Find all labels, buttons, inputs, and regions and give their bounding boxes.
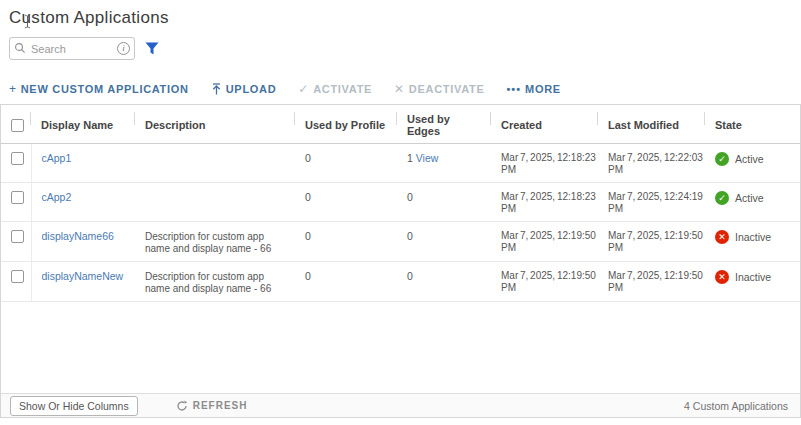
- select-all-header: [1, 105, 31, 144]
- state-label: Inactive: [735, 231, 771, 244]
- used-by-profile-cell: 0: [295, 262, 397, 302]
- used-by-edges-cell: 0: [397, 262, 491, 302]
- state-label: Active: [735, 153, 764, 166]
- col-header-used-by-edges: Used by Edges: [397, 105, 491, 144]
- search-icon: [14, 42, 26, 54]
- row-checkbox[interactable]: [11, 191, 24, 204]
- col-header-created: Created: [491, 105, 598, 144]
- upload-icon: [211, 83, 222, 95]
- display-name-link[interactable]: cApp1: [42, 152, 72, 164]
- empty-grid-area: [1, 302, 800, 393]
- select-all-checkbox[interactable]: [11, 119, 24, 132]
- row-checkbox[interactable]: [11, 270, 24, 283]
- row-select-cell: [1, 144, 31, 183]
- custom-applications-page: { "page": { "title": "Custom Application…: [0, 0, 801, 425]
- grid-footer: Show Or Hide Columns REFRESH 4 Custom Ap…: [1, 393, 800, 417]
- header-row: Display Name Description Used by Profile…: [1, 105, 800, 144]
- display-name-link[interactable]: cApp2: [42, 191, 72, 203]
- created-cell: Mar 7, 2025, 12:19:50 PM: [491, 222, 598, 262]
- custom-applications-datagrid: Display Name Description Used by Profile…: [0, 104, 801, 418]
- col-header-used-by-profile: Used by Profile: [295, 105, 397, 144]
- state-cell: ✕ Inactive: [705, 222, 800, 262]
- toolbar: + NEW CUSTOM APPLICATION UPLOAD ✓ ACTIVA…: [9, 81, 801, 96]
- display-name-link[interactable]: displayNameNew: [42, 270, 124, 282]
- deactivate-button[interactable]: ✕ DEACTIVATE: [394, 83, 484, 95]
- col-header-last-modified: Last Modified: [598, 105, 705, 144]
- col-header-state: State: [705, 105, 800, 144]
- search-row: i: [9, 37, 801, 60]
- used-by-edges-cell: 0: [397, 222, 491, 262]
- col-header-description: Description: [135, 105, 295, 144]
- active-state-icon: ✓: [715, 152, 729, 166]
- more-button[interactable]: ••• MORE: [507, 83, 561, 95]
- last-modified-cell: Mar 7, 2025, 12:22:03 PM: [598, 144, 705, 183]
- activate-button[interactable]: ✓ ACTIVATE: [298, 83, 372, 95]
- plus-icon: +: [9, 84, 17, 94]
- page-title: Custom Applications: [9, 8, 801, 28]
- upload-button[interactable]: UPLOAD: [211, 83, 277, 95]
- created-cell: Mar 7, 2025, 12:18:23 PM: [491, 183, 598, 222]
- table-row: displayName66 Description for custom app…: [1, 222, 800, 262]
- row-select-cell: [1, 183, 31, 222]
- description-cell: [135, 144, 295, 183]
- refresh-icon: [176, 400, 188, 412]
- text-cursor-icon: [23, 14, 32, 29]
- created-cell: Mar 7, 2025, 12:18:23 PM: [491, 144, 598, 183]
- table-row: cApp1 0 1 View Mar 7, 2025, 12:18:23 PM …: [1, 144, 800, 183]
- state-cell: ✓ Active: [705, 144, 800, 183]
- filter-icon[interactable]: [145, 42, 159, 55]
- x-icon: ✕: [394, 84, 405, 94]
- custom-applications-table: Display Name Description Used by Profile…: [1, 105, 800, 302]
- state-cell: ✕ Inactive: [705, 262, 800, 302]
- last-modified-cell: Mar 7, 2025, 12:19:50 PM: [598, 222, 705, 262]
- state-label: Active: [735, 192, 764, 205]
- used-by-edges-cell: 0: [397, 183, 491, 222]
- refresh-button[interactable]: REFRESH: [176, 400, 248, 412]
- row-count-label: 4 Custom Applications: [684, 400, 788, 412]
- inactive-state-icon: ✕: [715, 270, 729, 284]
- state-cell: ✓ Active: [705, 183, 800, 222]
- row-checkbox[interactable]: [11, 152, 24, 165]
- description-cell: Description for custom app name and disp…: [135, 222, 295, 262]
- used-by-profile-cell: 0: [295, 222, 397, 262]
- last-modified-cell: Mar 7, 2025, 12:19:50 PM: [598, 262, 705, 302]
- description-cell: Description for custom app name and disp…: [135, 262, 295, 302]
- table-row: cApp2 0 0 Mar 7, 2025, 12:18:23 PM Mar 7…: [1, 183, 800, 222]
- description-cell: [135, 183, 295, 222]
- inactive-state-icon: ✕: [715, 230, 729, 244]
- state-label: Inactive: [735, 271, 771, 284]
- row-select-cell: [1, 262, 31, 302]
- new-custom-application-button[interactable]: + NEW CUSTOM APPLICATION: [9, 83, 189, 95]
- row-checkbox[interactable]: [11, 230, 24, 243]
- info-icon[interactable]: i: [117, 42, 130, 55]
- table-row: displayNameNew Description for custom ap…: [1, 262, 800, 302]
- used-by-profile-cell: 0: [295, 144, 397, 183]
- ellipsis-icon: •••: [507, 85, 522, 93]
- check-icon: ✓: [298, 84, 309, 94]
- row-select-cell: [1, 222, 31, 262]
- show-or-hide-columns-button[interactable]: Show Or Hide Columns: [10, 396, 138, 416]
- used-by-profile-cell: 0: [295, 183, 397, 222]
- view-edges-link[interactable]: View: [416, 152, 439, 164]
- created-cell: Mar 7, 2025, 12:19:50 PM: [491, 262, 598, 302]
- active-state-icon: ✓: [715, 191, 729, 205]
- col-header-display-name: Display Name: [31, 105, 135, 144]
- used-by-edges-cell: 1 View: [397, 144, 491, 183]
- search-box: i: [9, 37, 135, 60]
- display-name-link[interactable]: displayName66: [42, 230, 114, 242]
- last-modified-cell: Mar 7, 2025, 12:24:19 PM: [598, 183, 705, 222]
